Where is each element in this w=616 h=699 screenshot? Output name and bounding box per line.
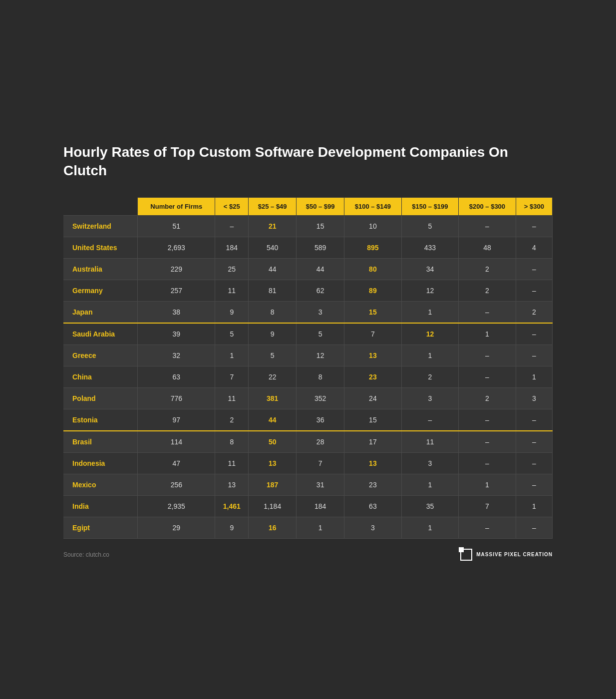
cell-country: Japan [63, 301, 138, 323]
cell-lt25: 11 [215, 280, 249, 301]
cell-country: Poland [63, 387, 138, 409]
cell-r100_149: 3 [344, 517, 402, 538]
cell-r200_300: – [459, 215, 516, 237]
cell-r200_300: – [459, 431, 516, 453]
column-header-gt300: > $300 [516, 197, 552, 215]
cell-r200_300: 1 [459, 474, 516, 495]
cell-r150_199: 3 [401, 387, 459, 409]
cell-country: Indonesia [63, 452, 138, 474]
cell-r25_49: 13 [249, 452, 297, 474]
cell-r100_149: 13 [344, 345, 402, 366]
cell-r100_149: 13 [344, 452, 402, 474]
cell-r25_49: 16 [249, 517, 297, 538]
cell-firms: 114 [138, 431, 215, 453]
cell-country: Mexico [63, 474, 138, 495]
cell-r50_99: 44 [297, 258, 344, 280]
data-table: Number of Firms< $25$25 – $49$50 – $99$1… [63, 197, 553, 539]
cell-gt300: – [516, 431, 552, 453]
cell-r100_149: 80 [344, 258, 402, 280]
cell-r25_49: 44 [249, 409, 297, 431]
brand-name: MASSIVE PIXEL CREATION [476, 552, 553, 557]
header-row: Number of Firms< $25$25 – $49$50 – $99$1… [63, 197, 553, 215]
cell-r25_49: 187 [249, 474, 297, 495]
cell-lt25: 184 [215, 237, 249, 258]
cell-lt25: 8 [215, 431, 249, 453]
cell-r50_99: 31 [297, 474, 344, 495]
cell-gt300: 4 [516, 237, 552, 258]
cell-r50_99: 7 [297, 452, 344, 474]
cell-r200_300: – [459, 345, 516, 366]
cell-gt300: – [516, 280, 552, 301]
cell-gt300: 2 [516, 301, 552, 323]
cell-r50_99: 12 [297, 345, 344, 366]
cell-r100_149: 63 [344, 495, 402, 517]
cell-gt300: – [516, 258, 552, 280]
cell-gt300: 3 [516, 387, 552, 409]
cell-lt25: 5 [215, 323, 249, 345]
table-row: China637228232–1 [63, 366, 553, 387]
cell-firms: 29 [138, 517, 215, 538]
cell-country: Egipt [63, 517, 138, 538]
cell-r200_300: 2 [459, 387, 516, 409]
empty-header [63, 197, 138, 215]
cell-lt25: 7 [215, 366, 249, 387]
source-label: Source: clutch.co [63, 551, 109, 558]
cell-r150_199: 3 [401, 452, 459, 474]
table-row: Brasil114850281711–– [63, 431, 553, 453]
cell-gt300: – [516, 323, 552, 345]
cell-firms: 229 [138, 258, 215, 280]
cell-firms: 51 [138, 215, 215, 237]
cell-country: Saudi Arabia [63, 323, 138, 345]
cell-r200_300: – [459, 366, 516, 387]
cell-r25_49: 540 [249, 237, 297, 258]
table-row: India2,9351,4611,184184633571 [63, 495, 553, 517]
cell-country: Germany [63, 280, 138, 301]
cell-r100_149: 15 [344, 301, 402, 323]
cell-r200_300: – [459, 517, 516, 538]
cell-gt300: 1 [516, 495, 552, 517]
cell-r100_149: 24 [344, 387, 402, 409]
cell-lt25: 2 [215, 409, 249, 431]
column-header-r100_149: $100 – $149 [344, 197, 402, 215]
table-row: Australia22925444480342– [63, 258, 553, 280]
footer: Source: clutch.co MASSIVE PIXEL CREATION [63, 549, 553, 561]
cell-lt25: – [215, 215, 249, 237]
cell-r50_99: 28 [297, 431, 344, 453]
cell-r150_199: 5 [401, 215, 459, 237]
table-row: Greece321512131–– [63, 345, 553, 366]
cell-country: Australia [63, 258, 138, 280]
cell-r200_300: 7 [459, 495, 516, 517]
cell-gt300: – [516, 409, 552, 431]
table-row: Estonia972443615––– [63, 409, 553, 431]
cell-gt300: – [516, 215, 552, 237]
cell-lt25: 1 [215, 345, 249, 366]
column-header-r200_300: $200 – $300 [459, 197, 516, 215]
column-header-lt25: < $25 [215, 197, 249, 215]
cell-firms: 47 [138, 452, 215, 474]
cell-firms: 2,693 [138, 237, 215, 258]
cell-r50_99: 15 [297, 215, 344, 237]
cell-r100_149: 15 [344, 409, 402, 431]
cell-r150_199: 11 [401, 431, 459, 453]
cell-firms: 63 [138, 366, 215, 387]
cell-r150_199: 2 [401, 366, 459, 387]
cell-firms: 38 [138, 301, 215, 323]
cell-country: India [63, 495, 138, 517]
cell-r200_300: – [459, 409, 516, 431]
cell-r25_49: 1,184 [249, 495, 297, 517]
cell-lt25: 9 [215, 517, 249, 538]
cell-lt25: 11 [215, 387, 249, 409]
cell-firms: 97 [138, 409, 215, 431]
cell-r150_199: 12 [401, 323, 459, 345]
cell-r50_99: 3 [297, 301, 344, 323]
cell-lt25: 9 [215, 301, 249, 323]
column-header-r25_49: $25 – $49 [249, 197, 297, 215]
cell-r25_49: 50 [249, 431, 297, 453]
cell-r150_199: 34 [401, 258, 459, 280]
cell-firms: 256 [138, 474, 215, 495]
cell-r50_99: 589 [297, 237, 344, 258]
cell-r50_99: 62 [297, 280, 344, 301]
column-header-r50_99: $50 – $99 [297, 197, 344, 215]
cell-r25_49: 9 [249, 323, 297, 345]
cell-r150_199: 1 [401, 474, 459, 495]
